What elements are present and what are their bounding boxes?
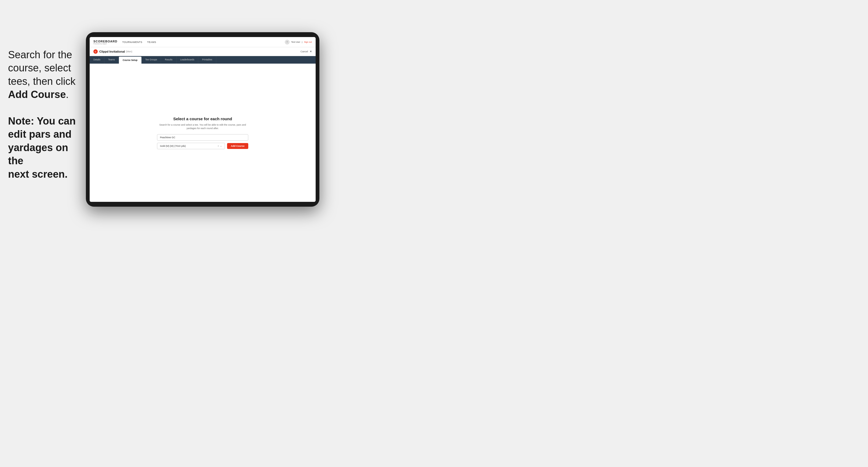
tab-teams[interactable]: Teams [104,56,119,64]
tab-results[interactable]: Results [161,56,176,64]
nav-tournaments[interactable]: TOURNAMENTS [122,41,142,43]
instruction-note4: next screen. [8,168,86,181]
instruction-bold: Add Course. [8,88,86,101]
nav-teams[interactable]: TEAMS [147,41,156,43]
instruction-line2: course, select [8,61,86,74]
tab-details[interactable]: Details [90,56,104,64]
logo-sub: Powered by clippd [93,43,117,44]
tablet-screen: SCOREBOARD Powered by clippd TOURNAMENTS… [90,37,316,202]
tee-chevron-icon: ⌄ [220,145,222,147]
nav-links: TOURNAMENTS TEAMS [122,41,284,43]
tournament-icon: C [93,50,98,54]
tab-printables[interactable]: Printables [198,56,216,64]
tab-bar: Details Teams Course Setup Tee Groups Re… [90,56,316,64]
instruction-line1: Search for the [8,48,86,61]
course-search-input[interactable] [157,134,248,141]
tee-controls: × ⌄ [218,145,222,147]
tab-course-setup[interactable]: Course Setup [119,57,142,64]
logo-text: SCOREBOARD [93,40,117,43]
course-select-card: Select a course for each round Search fo… [157,117,248,149]
top-nav: SCOREBOARD Powered by clippd TOURNAMENTS… [90,37,316,47]
user-avatar: T [285,40,289,44]
tee-row: Gold (M) (M) (7010 yds) × ⌄ Add Course [157,143,248,149]
nav-right: T Test User | Sign out [285,40,312,44]
tab-leaderboards[interactable]: Leaderboards [177,56,198,64]
instruction-line3: tees, then click [8,75,86,88]
logo-area: SCOREBOARD Powered by clippd [93,40,117,44]
add-course-button[interactable]: Add Course [227,143,248,149]
card-desc: Search for a course and select a tee. Yo… [157,123,248,130]
content-area: Select a course for each round Search fo… [90,64,316,202]
tablet-device: SCOREBOARD Powered by clippd TOURNAMENTS… [86,32,319,207]
tee-clear-icon[interactable]: × [218,145,219,147]
cancel-button[interactable]: Cancel ✕ [300,50,312,53]
instruction-note1: Note: You can [8,115,86,128]
username: Test User [291,41,300,43]
nav-separator: | [302,41,303,43]
tournament-subtitle: (Men) [126,50,132,53]
instructions-panel: Search for the course, select tees, then… [8,48,86,181]
tournament-header: C Clippd Invitational (Men) Cancel ✕ [90,47,316,56]
signout-link[interactable]: Sign out [304,41,312,43]
card-title: Select a course for each round [157,117,248,121]
tee-select[interactable]: Gold (M) (M) (7010 yds) × ⌄ [157,143,225,149]
tournament-title: Clippd Invitational [99,50,125,53]
instruction-note2: edit pars and [8,128,86,141]
tee-value: Gold (M) (M) (7010 yds) [160,145,186,147]
tab-tee-groups[interactable]: Tee Groups [142,56,161,64]
instruction-note3: yardages on the [8,141,86,168]
